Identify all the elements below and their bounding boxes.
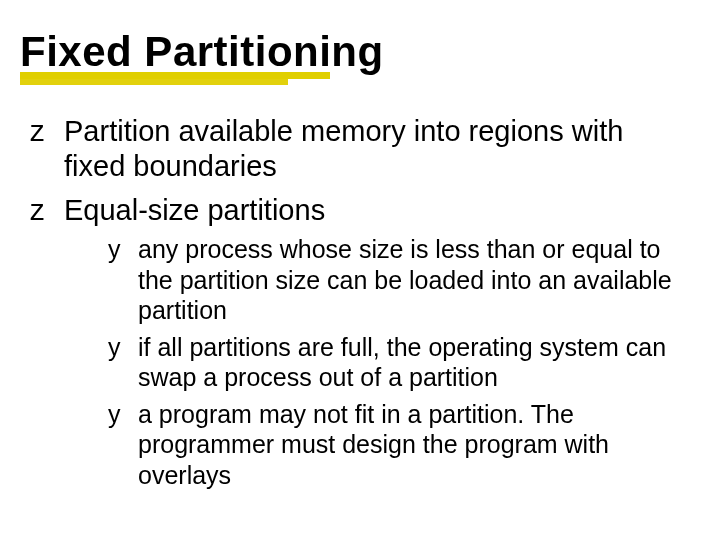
title-underline-brush <box>20 72 384 86</box>
bullet-text: if all partitions are full, the operatin… <box>138 333 666 392</box>
top-bullet-item: z Partition available memory into region… <box>24 114 682 185</box>
bullet-marker: y <box>108 332 121 363</box>
bullet-text: any process whose size is less than or e… <box>138 235 672 324</box>
bullet-text: Partition available memory into regions … <box>64 115 623 182</box>
bullet-marker: y <box>108 234 121 265</box>
bullet-text: Equal-size partitions <box>64 194 325 226</box>
bullet-marker: z <box>30 114 45 149</box>
sub-bullet-item: y if all partitions are full, the operat… <box>108 332 682 393</box>
slide-body: z Partition available memory into region… <box>20 104 692 490</box>
slide-title: Fixed Partitioning <box>20 30 384 86</box>
bullet-text: a program may not fit in a partition. Th… <box>138 400 609 489</box>
sub-bullet-item: y a program may not fit in a partition. … <box>108 399 682 491</box>
slide: Fixed Partitioning z Partition available… <box>0 0 720 540</box>
bullet-marker: z <box>30 193 45 228</box>
sub-bullet-list: y any process whose size is less than or… <box>64 234 682 490</box>
slide-title-text: Fixed Partitioning <box>20 28 384 75</box>
bullet-marker: y <box>108 399 121 430</box>
top-bullet-list: z Partition available memory into region… <box>24 114 682 490</box>
sub-bullet-item: y any process whose size is less than or… <box>108 234 682 326</box>
top-bullet-item: z Equal-size partitions y any process wh… <box>24 193 682 490</box>
